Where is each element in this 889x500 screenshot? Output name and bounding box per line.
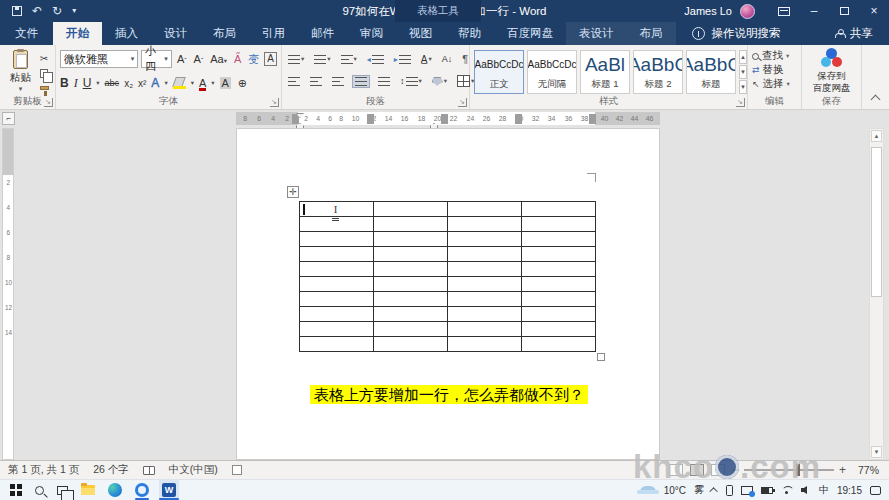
- table-column-marker[interactable]: [441, 114, 448, 124]
- table-cell[interactable]: [448, 247, 522, 262]
- qat-customize-icon[interactable]: ▾: [72, 7, 76, 15]
- highlight-dropdown-icon[interactable]: ▾: [191, 79, 194, 87]
- format-painter-button[interactable]: [37, 82, 51, 94]
- scroll-down-icon[interactable]: ▼: [871, 446, 882, 458]
- table-cell[interactable]: [522, 337, 596, 352]
- table-cell[interactable]: [374, 292, 448, 307]
- close-button[interactable]: ×: [859, 0, 889, 22]
- vertical-scrollbar[interactable]: ▲ ▼: [869, 128, 884, 460]
- ime-indicator[interactable]: 中: [819, 483, 829, 497]
- tab-布局[interactable]: 布局: [200, 22, 249, 45]
- table-column-marker[interactable]: [589, 114, 596, 124]
- multilevel-list-button[interactable]: ▾: [339, 54, 359, 65]
- grow-font-button[interactable]: Aˆ: [175, 54, 189, 65]
- zoom-track[interactable]: [744, 469, 834, 471]
- redo-icon[interactable]: ↻: [52, 5, 62, 17]
- tab-file[interactable]: 文件: [0, 22, 53, 45]
- battery-icon[interactable]: [761, 487, 773, 494]
- table-cell[interactable]: [448, 262, 522, 277]
- avatar[interactable]: [740, 4, 755, 19]
- zoom-level[interactable]: 77%: [853, 464, 879, 476]
- weather-cloud-icon[interactable]: [640, 486, 656, 494]
- find-button[interactable]: 查找 ▾: [752, 49, 797, 63]
- table-cell[interactable]: [374, 322, 448, 337]
- show-marks-button[interactable]: ¶: [460, 52, 470, 66]
- style-card-无间隔[interactable]: AaBbCcDc无间隔: [527, 50, 577, 94]
- cut-button[interactable]: ✂: [37, 52, 51, 64]
- start-button[interactable]: [10, 480, 22, 500]
- table-cell[interactable]: [448, 307, 522, 322]
- text-effects-button[interactable]: A: [151, 76, 159, 90]
- zoom-thumb[interactable]: [796, 464, 800, 476]
- file-explorer-button[interactable]: [81, 480, 95, 500]
- table-cell[interactable]: [300, 277, 374, 292]
- collapse-ribbon-icon[interactable]: [871, 95, 881, 105]
- tab-百度网盘[interactable]: 百度网盘: [494, 22, 566, 45]
- table-cell[interactable]: [374, 217, 448, 232]
- table-cell[interactable]: [448, 217, 522, 232]
- table-resize-handle[interactable]: [597, 353, 605, 361]
- bullets-button[interactable]: ▾: [286, 54, 306, 65]
- character-border-button[interactable]: A: [264, 52, 277, 66]
- table-cell[interactable]: [448, 232, 522, 247]
- share-button[interactable]: 共享: [835, 22, 889, 45]
- table-cell[interactable]: [448, 322, 522, 337]
- table-cell[interactable]: [522, 322, 596, 337]
- clipboard-dialog-launcher[interactable]: ↘: [44, 98, 53, 107]
- read-mode-button[interactable]: [669, 464, 683, 476]
- style-card-标题 2[interactable]: AaBbC标题 2: [633, 50, 683, 94]
- styles-gallery-expand-icon[interactable]: ▼: [739, 80, 747, 94]
- zoom-in-icon[interactable]: +: [839, 464, 846, 476]
- table-cell[interactable]: [374, 337, 448, 352]
- tab-设计[interactable]: 设计: [151, 22, 200, 45]
- table-cell[interactable]: [522, 262, 596, 277]
- tellme-box[interactable]: 操作说明搜索: [692, 22, 781, 45]
- table-cell[interactable]: [522, 217, 596, 232]
- bold-button[interactable]: B: [60, 76, 69, 90]
- web-layout-button[interactable]: [711, 464, 725, 476]
- notification-center-icon[interactable]: [870, 486, 881, 495]
- styles-scroll-down-icon[interactable]: ▼: [739, 65, 747, 79]
- change-case-button[interactable]: Aa▾: [208, 54, 229, 65]
- style-card-标题 1[interactable]: AaBl标题 1: [580, 50, 630, 94]
- font-color-dropdown-icon[interactable]: ▾: [211, 79, 214, 87]
- character-scale-button[interactable]: 变: [246, 54, 261, 65]
- task-view-button[interactable]: [57, 480, 68, 500]
- tab-审阅[interactable]: 审阅: [347, 22, 396, 45]
- shrink-font-button[interactable]: Aˇ: [192, 54, 206, 65]
- align-left-button[interactable]: [286, 76, 302, 87]
- paste-button[interactable]: 粘贴 ▾: [4, 48, 37, 95]
- font-size-combo[interactable]: 小四 ▾: [141, 50, 172, 68]
- temperature[interactable]: 10°C: [664, 485, 686, 496]
- table-cell[interactable]: [522, 307, 596, 322]
- tab-插入[interactable]: 插入: [102, 22, 151, 45]
- contextual-tab-表设计[interactable]: 表设计: [566, 22, 627, 45]
- table-cell[interactable]: [448, 277, 522, 292]
- font-color-button[interactable]: A: [199, 77, 206, 90]
- tab-邮件[interactable]: 邮件: [298, 22, 347, 45]
- sort-button[interactable]: A↓: [440, 53, 455, 65]
- save-icon[interactable]: [12, 6, 22, 16]
- copy-button[interactable]: [37, 67, 51, 79]
- numbering-button[interactable]: ▾: [312, 54, 332, 65]
- table-cell[interactable]: [448, 202, 522, 217]
- tab-引用[interactable]: 引用: [249, 22, 298, 45]
- tab-开始[interactable]: 开始: [53, 22, 102, 45]
- print-layout-button[interactable]: [690, 464, 704, 476]
- proofing-icon[interactable]: [143, 466, 155, 475]
- zoom-slider[interactable]: − +: [732, 464, 846, 476]
- tab-stop-selector[interactable]: ⌐: [2, 112, 15, 125]
- table-cell[interactable]: [300, 292, 374, 307]
- table-cell[interactable]: [300, 322, 374, 337]
- word-count[interactable]: 26 个字: [93, 463, 129, 477]
- table-cell[interactable]: [300, 247, 374, 262]
- table-cell[interactable]: [300, 337, 374, 352]
- table-column-marker[interactable]: [367, 114, 374, 124]
- decrease-indent-button[interactable]: ◂: [365, 54, 386, 65]
- phone-icon[interactable]: [726, 485, 733, 496]
- underline-dropdown-icon[interactable]: ▾: [96, 79, 99, 87]
- screenshot-icon[interactable]: [741, 486, 753, 495]
- underline-button[interactable]: U: [83, 76, 92, 90]
- account-name[interactable]: James Lo: [684, 5, 732, 17]
- table-column-marker[interactable]: [515, 114, 522, 124]
